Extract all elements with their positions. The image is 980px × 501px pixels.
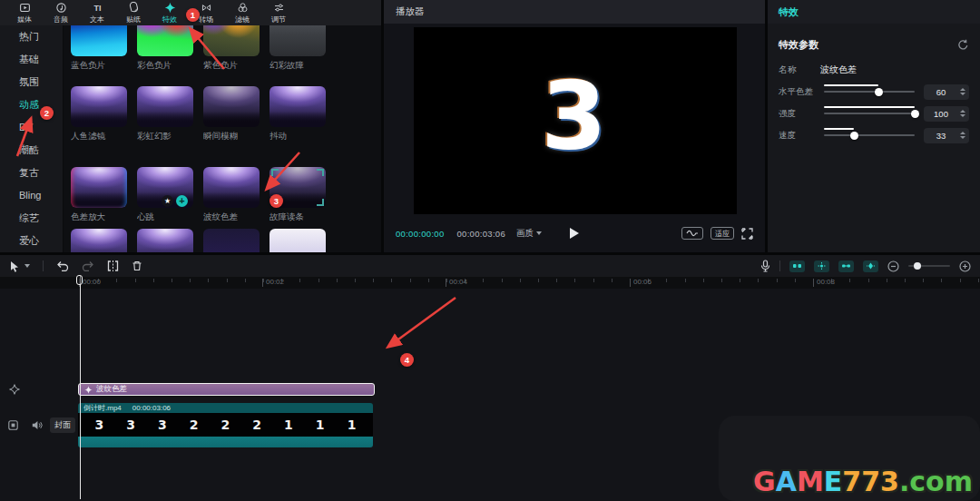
play-button[interactable] (570, 228, 579, 239)
toolbar-item-sticker[interactable]: 贴纸 (116, 0, 151, 25)
fit-button[interactable]: 适应 (710, 227, 734, 240)
redo-button[interactable] (82, 260, 94, 271)
auto-snap-toggle[interactable] (814, 260, 829, 272)
effect-card-heartbeat[interactable]: ★+心跳 (137, 167, 193, 223)
track-toggle-icon[interactable] (8, 420, 18, 430)
delete-button[interactable] (132, 260, 142, 271)
stepper-down-icon[interactable] (960, 114, 965, 117)
timeline-zoom-slider[interactable] (908, 260, 950, 271)
stepper-up-icon[interactable] (960, 132, 965, 134)
stepper-down-icon[interactable] (960, 93, 965, 95)
stepper-buttons[interactable] (958, 88, 969, 95)
effect-thumbnail[interactable] (137, 86, 193, 127)
toolbar-item-effects[interactable]: 特效 (152, 0, 187, 25)
effect-card-purple-negative[interactable]: 紫色负片 (203, 25, 260, 72)
category-love[interactable]: 爱心 (0, 230, 63, 252)
effect-clip-ripple-chromatic[interactable]: 波纹色差 (78, 383, 375, 396)
effect-card-color-negative[interactable]: 彩色负片 (137, 25, 193, 72)
timeline-ruler[interactable]: 00:00 00:02 00:04 00:06 00:08 (0, 277, 980, 289)
zoom-in-icon[interactable] (959, 260, 971, 272)
effect-card-partial[interactable] (137, 229, 193, 252)
effect-name: 故障读条 (270, 211, 326, 223)
selection-corner (271, 169, 279, 176)
split-button[interactable] (107, 260, 119, 271)
stepper-down-icon[interactable] (960, 136, 965, 139)
toolbar-item-audio[interactable]: 音频 (44, 0, 78, 25)
effect-card-iridescent-glitch[interactable]: 幻彩故障 (270, 25, 326, 72)
effect-card-chroma-zoom[interactable]: 色差放大 (71, 167, 127, 223)
preview-axis-toggle[interactable] (863, 260, 878, 272)
quality-dropdown[interactable]: 画质 (516, 228, 542, 240)
horizontal-chroma-slider[interactable] (824, 84, 915, 99)
slider-thumb[interactable] (850, 132, 858, 140)
intensity-slider[interactable] (824, 106, 915, 121)
category-ambience[interactable]: 氛围 (0, 71, 63, 93)
effect-thumbnail[interactable] (137, 229, 193, 252)
cover-button[interactable]: 封面 (50, 418, 75, 433)
effect-thumbnail[interactable] (270, 86, 326, 127)
playhead-handle[interactable] (76, 275, 83, 285)
video-clip-countdown[interactable]: 倒计时.mp4 00:00:03:06 3 3 3 2 2 2 1 1 1 (78, 403, 373, 447)
effect-card-partial[interactable] (203, 229, 260, 252)
effect-thumbnail[interactable] (71, 167, 127, 208)
effect-card-blue-negative[interactable]: 蓝色负片 (71, 25, 127, 72)
reset-icon[interactable] (957, 39, 969, 51)
effect-card-partial[interactable] (71, 229, 127, 252)
stepper-buttons[interactable] (958, 132, 969, 139)
speed-slider[interactable] (824, 128, 915, 142)
category-retro[interactable]: 复古 (0, 162, 63, 184)
value-stepper[interactable]: 100 (924, 106, 969, 122)
effect-card-instant-blur[interactable]: 瞬间模糊 (203, 86, 260, 142)
category-trendy[interactable]: 潮酷 (0, 139, 63, 162)
category-hot[interactable]: 热门 (0, 25, 63, 48)
effect-card-partial[interactable] (270, 229, 326, 252)
effect-card-rainbow-phantom[interactable]: 彩虹幻影 (137, 86, 193, 142)
stepper-up-icon[interactable] (960, 110, 965, 113)
fullscreen-icon[interactable] (741, 228, 753, 240)
value-stepper[interactable]: 33 (924, 128, 969, 143)
toolbar-item-media[interactable]: 媒体 (7, 0, 42, 25)
stepper-up-icon[interactable] (960, 88, 965, 91)
category-bling[interactable]: Bling (0, 184, 63, 207)
effect-thumbnail[interactable] (270, 25, 326, 56)
value-stepper[interactable]: 60 (924, 84, 969, 100)
slider-thumb[interactable] (875, 88, 883, 96)
effect-thumbnail[interactable] (203, 229, 260, 252)
zoom-out-icon[interactable] (887, 260, 899, 272)
effect-thumbnail[interactable] (71, 25, 127, 56)
effect-thumbnail[interactable]: ★+ (137, 167, 193, 208)
stepper-buttons[interactable] (958, 110, 969, 117)
param-value: 100 (924, 109, 958, 119)
text-icon: TI (92, 2, 103, 14)
effect-thumbnail[interactable] (270, 229, 326, 252)
effect-thumbnail[interactable] (203, 25, 260, 56)
mute-speaker-icon[interactable] (32, 420, 43, 430)
effect-card-shake[interactable]: 抖动 (270, 86, 326, 142)
category-basic[interactable]: 基础 (0, 48, 63, 71)
linkage-toggle[interactable] (838, 260, 854, 272)
main-track-magnet-toggle[interactable] (789, 260, 805, 272)
video-preview[interactable]: 3 (414, 27, 737, 214)
effect-card-mermaid-filter[interactable]: 人鱼滤镜 (71, 86, 127, 142)
record-mic-icon[interactable] (760, 260, 770, 272)
effect-card-ripple-chromatic[interactable]: 波纹色差 (203, 167, 260, 223)
slider-thumb[interactable] (911, 110, 919, 118)
toolbar-item-filter[interactable]: 滤镜 (225, 0, 260, 25)
category-variety[interactable]: 综艺 (0, 207, 63, 230)
effect-thumbnail[interactable] (71, 229, 127, 252)
effect-thumbnail[interactable] (203, 86, 260, 127)
tab-effects[interactable]: 特效 (779, 5, 799, 19)
favorite-star-icon[interactable]: ★ (162, 195, 173, 207)
effect-thumbnail[interactable] (203, 167, 260, 208)
toolbar-item-adjust[interactable]: 调节 (261, 0, 296, 25)
param-row-intensity: 强度 100 (779, 106, 969, 121)
effect-thumbnail[interactable] (137, 25, 193, 56)
effect-thumbnail[interactable] (71, 86, 127, 127)
preview-quality-button[interactable] (681, 227, 703, 240)
undo-button[interactable] (56, 260, 69, 271)
category-dv[interactable]: DV (0, 116, 63, 139)
toolbar-item-text[interactable]: TI 文本 (80, 0, 114, 25)
zoom-slider-thumb[interactable] (914, 262, 921, 270)
add-effect-button[interactable]: + (176, 195, 188, 207)
select-tool-button[interactable] (9, 260, 30, 272)
